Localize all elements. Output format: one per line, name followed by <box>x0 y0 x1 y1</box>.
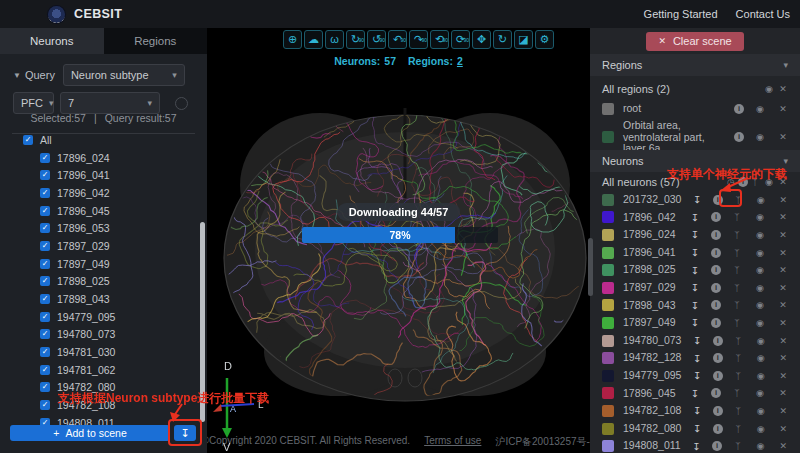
neuron-checkbox[interactable]: ✓ <box>40 329 50 339</box>
neuron-list-item[interactable]: ✓ 17898_025 <box>0 273 196 291</box>
scene-neuron-row[interactable]: 194782_128 ↧ i ᛉ ◉ ✕ <box>590 349 800 367</box>
neuron-checkbox[interactable]: ✓ <box>40 223 50 233</box>
eye-icon[interactable]: ◉ <box>753 388 767 398</box>
info-icon[interactable]: i <box>713 406 723 416</box>
neuron-list-item[interactable]: ✓ 17896_045 <box>0 202 196 220</box>
download-icon[interactable]: ↧ <box>690 423 703 434</box>
info-icon[interactable]: i <box>713 195 723 205</box>
close-icon[interactable]: ✕ <box>776 388 790 398</box>
neuron-color-swatch[interactable] <box>602 264 614 276</box>
download-icon[interactable]: ↧ <box>688 229 702 240</box>
neuron-tree-icon[interactable]: ᛉ <box>732 195 745 205</box>
neuron-tree-icon[interactable]: ᛉ <box>730 230 744 240</box>
regions-section-header[interactable]: Regions ▾ <box>590 54 800 76</box>
close-icon[interactable]: ✕ <box>777 336 790 346</box>
scene-neuron-row[interactable]: 17896_042 ↧ i ᛉ ◉ ✕ <box>590 209 800 227</box>
neuron-color-swatch[interactable] <box>602 194 614 206</box>
neuron-list-item[interactable]: ✓ 17898_043 <box>0 290 196 308</box>
tab-regions[interactable]: Regions <box>104 28 208 54</box>
neuron-color-swatch[interactable] <box>602 335 614 347</box>
sphere-view-icon[interactable]: ⊕ <box>283 30 302 49</box>
info-icon[interactable]: i <box>711 300 721 310</box>
neuron-tree-icon[interactable]: ᛉ <box>732 424 745 434</box>
neuron-color-swatch[interactable] <box>602 299 614 311</box>
close-icon[interactable]: ✕ <box>776 283 790 293</box>
brain-coronal-view-icon[interactable]: ω <box>325 30 344 49</box>
close-icon[interactable]: ✕ <box>776 265 790 275</box>
neuron-checkbox[interactable]: ✓ <box>40 276 50 286</box>
info-icon[interactable]: i <box>713 424 723 434</box>
eye-icon[interactable]: ◉ <box>754 353 767 363</box>
right-panel-scrollbar[interactable] <box>588 238 593 296</box>
link-getting-started[interactable]: Getting Started <box>644 8 718 20</box>
eye-icon[interactable]: ◉ <box>754 336 767 346</box>
link-contact-us[interactable]: Contact Us <box>736 8 790 20</box>
query-region-select[interactable]: PFC ▾ <box>13 92 54 114</box>
query-subtype-select[interactable]: Neuron subtype ▾ <box>63 64 185 86</box>
rotate-cw-90-icon[interactable]: ⟳ 90 <box>451 30 470 49</box>
neuron-checkbox[interactable]: ✓ <box>40 153 50 163</box>
neuron-list-item[interactable]: ✓ 17896_042 <box>0 184 196 202</box>
close-icon[interactable]: ✕ <box>776 318 790 328</box>
eye-icon[interactable]: ◉ <box>762 84 776 94</box>
tab-neurons[interactable]: Neurons <box>0 28 104 54</box>
info-icon[interactable]: i <box>734 132 744 142</box>
close-icon[interactable]: ✕ <box>777 424 790 434</box>
download-icon[interactable]: ↧ <box>688 282 702 293</box>
eye-icon[interactable]: ◉ <box>753 230 767 240</box>
neuron-checkbox[interactable]: ✓ <box>40 312 50 322</box>
eye-icon[interactable]: ◉ <box>754 406 767 416</box>
download-icon[interactable]: ↧ <box>690 194 703 205</box>
eye-icon[interactable]: ◉ <box>754 195 767 205</box>
close-icon[interactable]: ✕ <box>776 300 790 310</box>
neuron-checkbox[interactable]: ✓ <box>40 170 50 180</box>
neuron-tree-icon[interactable]: ᛉ <box>732 336 745 346</box>
info-icon[interactable]: i <box>711 318 721 328</box>
neuron-color-swatch[interactable] <box>602 405 614 417</box>
neuron-color-swatch[interactable] <box>602 211 614 223</box>
select-all-row[interactable]: ✓ All <box>0 131 196 149</box>
close-icon[interactable]: ✕ <box>777 406 790 416</box>
rotate-up-90-icon[interactable]: ↺ 90 <box>367 30 386 49</box>
neuron-checkbox[interactable]: ✓ <box>40 188 50 198</box>
neuron-list-item[interactable]: ✓ 194780_073 <box>0 326 196 344</box>
neuron-checkbox[interactable]: ✓ <box>40 206 50 216</box>
neuron-tree-icon[interactable]: ᛉ <box>730 318 744 328</box>
clear-scene-button[interactable]: ✕ Clear scene <box>646 32 743 51</box>
eye-icon[interactable]: ◉ <box>753 132 767 142</box>
select-all-checkbox[interactable]: ✓ <box>23 135 33 145</box>
region-color-swatch[interactable] <box>602 131 614 143</box>
eye-icon[interactable]: ◉ <box>753 265 767 275</box>
scene-neuron-row[interactable]: 17896_041 ↧ i ᛉ ◉ ✕ <box>590 244 800 262</box>
download-icon[interactable]: ↧ <box>690 405 703 416</box>
neuron-list-item[interactable]: ✓ 194779_095 <box>0 308 196 326</box>
neuron-tree-icon[interactable]: ᛉ <box>730 248 744 258</box>
rotate-down-90-icon[interactable]: ↻ 90 <box>346 30 365 49</box>
eye-icon[interactable]: ◉ <box>753 248 767 258</box>
neuron-checkbox[interactable]: ✓ <box>40 347 50 357</box>
neuron-color-swatch[interactable] <box>602 282 614 294</box>
neuron-checkbox[interactable]: ✓ <box>40 259 50 269</box>
neuron-checkbox[interactable]: ✓ <box>40 418 50 425</box>
rotate-right-90-icon[interactable]: ↷ 90 <box>409 30 428 49</box>
neuron-list-item[interactable]: ✓ 194781_030 <box>0 343 196 361</box>
info-icon[interactable]: i <box>713 353 723 363</box>
info-icon[interactable]: i <box>713 371 723 381</box>
eye-icon[interactable]: ◉ <box>754 424 767 434</box>
close-icon[interactable]: ✕ <box>777 353 790 363</box>
neuron-color-swatch[interactable] <box>602 370 614 382</box>
eye-icon[interactable]: ◉ <box>753 212 767 222</box>
info-icon[interactable]: i <box>711 265 721 275</box>
scene-neuron-row[interactable]: 17897_029 ↧ i ᛉ ◉ ✕ <box>590 279 800 297</box>
info-icon[interactable]: i <box>711 283 721 293</box>
neuron-color-swatch[interactable] <box>602 423 614 435</box>
rotate-ccw-90-icon[interactable]: ⟲ 90 <box>430 30 449 49</box>
scene-neuron-row[interactable]: 194782_108 ↧ i ᛉ ◉ ✕ <box>590 402 800 420</box>
scene-neuron-row[interactable]: 194808_011 ↧ i ᛉ ◉ ✕ <box>590 437 800 453</box>
neuron-color-swatch[interactable] <box>602 317 614 329</box>
close-icon[interactable]: ✕ <box>776 230 790 240</box>
info-icon[interactable]: i <box>712 441 722 451</box>
neuron-tree-icon[interactable]: ᛉ <box>730 265 744 275</box>
scene-neuron-row[interactable]: 194782_080 ↧ i ᛉ ◉ ✕ <box>590 420 800 438</box>
neuron-tree-icon[interactable]: ᛉ <box>732 406 745 416</box>
